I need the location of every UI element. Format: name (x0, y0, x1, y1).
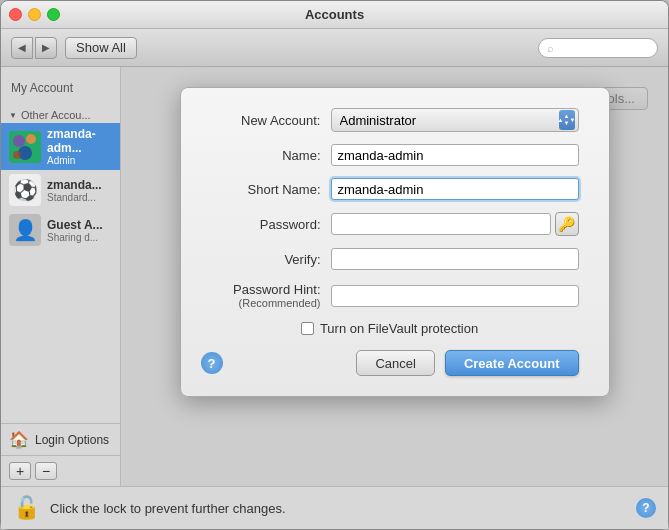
cancel-button[interactable]: Cancel (356, 350, 434, 376)
minimize-button[interactable] (28, 8, 41, 21)
key-button[interactable]: 🔑 (555, 212, 579, 236)
item-text-zmanda: zmanda... Standard... (47, 178, 102, 203)
search-icon: ⌕ (547, 42, 554, 54)
sidebar-item-zmanda-label: zmanda... (47, 178, 102, 192)
modal-overlay: New Account: Administrator Standard Mana… (121, 67, 668, 486)
remove-account-button[interactable]: − (35, 462, 57, 480)
password-input-group: 🔑 (331, 212, 579, 236)
search-box[interactable]: ⌕ (538, 38, 658, 58)
avatar-zmanda: ⚽ (9, 174, 41, 206)
sidebar-item-guest[interactable]: 👤 Guest A... Sharing d... (1, 210, 120, 250)
main-content: My Account ▼ Other Accou... zm (1, 67, 668, 486)
login-options-label: Login Options (35, 433, 109, 447)
sidebar: My Account ▼ Other Accou... zm (1, 67, 121, 486)
avatar-zmanda-admin (9, 131, 41, 163)
sidebar-item-guest-sub: Sharing d... (47, 232, 103, 243)
svg-point-1 (13, 135, 25, 147)
bottom-bar: 🔓 Click the lock to prevent further chan… (1, 486, 668, 529)
short-name-input[interactable] (331, 178, 579, 200)
name-label: Name: (201, 148, 331, 163)
toolbar: ◀ ▶ Show All ⌕ (1, 29, 668, 67)
sidebar-item-zmanda[interactable]: ⚽ zmanda... Standard... (1, 170, 120, 210)
show-all-button[interactable]: Show All (65, 37, 137, 59)
filevault-label: Turn on FileVault protection (320, 321, 478, 336)
lock-text: Click the lock to prevent further change… (50, 501, 286, 516)
password-label: Password: (201, 217, 331, 232)
right-panel: ols... New Account: Administrator Standa… (121, 67, 668, 486)
name-input[interactable] (331, 144, 579, 166)
hint-recommended-label: (Recommended) (201, 297, 331, 309)
help-button[interactable]: ? (201, 352, 223, 374)
forward-button[interactable]: ▶ (35, 37, 57, 59)
svg-point-2 (26, 134, 36, 144)
account-type-select[interactable]: Administrator Standard Managed with Pare… (331, 108, 579, 132)
house-icon: 🏠 (9, 430, 29, 449)
other-accounts-label: Other Accou... (21, 109, 91, 121)
item-text-guest: Guest A... Sharing d... (47, 218, 103, 243)
sidebar-item-guest-label: Guest A... (47, 218, 103, 232)
avatar-guest: 👤 (9, 214, 41, 246)
filevault-row: Turn on FileVault protection (201, 321, 579, 336)
verify-label: Verify: (201, 252, 331, 267)
filevault-checkbox[interactable] (301, 322, 314, 335)
hint-label: Password Hint: (201, 282, 331, 297)
account-type-wrapper: Administrator Standard Managed with Pare… (331, 108, 579, 132)
sidebar-bottom-controls: + − (1, 455, 120, 486)
close-button[interactable] (9, 8, 22, 21)
modal-buttons: ? Cancel Create Account (201, 350, 579, 376)
short-name-row: Short Name: (201, 178, 579, 200)
back-button[interactable]: ◀ (11, 37, 33, 59)
my-account-label: My Account (1, 77, 120, 103)
new-account-label: New Account: (201, 113, 331, 128)
verify-row: Verify: (201, 248, 579, 270)
password-input[interactable] (331, 213, 551, 235)
accounts-window: Accounts ◀ ▶ Show All ⌕ My Account ▼ Oth… (0, 0, 669, 530)
verify-input[interactable] (331, 248, 579, 270)
triangle-icon: ▼ (9, 111, 17, 120)
nav-buttons: ◀ ▶ (11, 37, 57, 59)
new-account-row: New Account: Administrator Standard Mana… (201, 108, 579, 132)
window-title: Accounts (305, 7, 364, 22)
other-accounts-header: ▼ Other Accou... (1, 103, 120, 123)
hint-row: Password Hint: (Recommended) (201, 282, 579, 309)
sidebar-item-zmanda-admin-label: zmanda-adm... (47, 127, 112, 155)
login-options[interactable]: 🏠 Login Options (1, 423, 120, 455)
sidebar-item-zmanda-admin[interactable]: zmanda-adm... Admin (1, 123, 120, 170)
name-row: Name: (201, 144, 579, 166)
create-account-modal: New Account: Administrator Standard Mana… (180, 87, 610, 397)
action-buttons: Cancel Create Account (356, 350, 578, 376)
sidebar-item-zmanda-admin-sub: Admin (47, 155, 112, 166)
help-bottom-button[interactable]: ? (636, 498, 656, 518)
svg-point-4 (13, 151, 21, 159)
create-account-button[interactable]: Create Account (445, 350, 579, 376)
title-bar: Accounts (1, 1, 668, 29)
hint-input[interactable] (331, 285, 579, 307)
add-account-button[interactable]: + (9, 462, 31, 480)
traffic-lights (9, 8, 60, 21)
maximize-button[interactable] (47, 8, 60, 21)
lock-icon[interactable]: 🔓 (13, 495, 40, 521)
password-row: Password: 🔑 (201, 212, 579, 236)
item-text-zmanda-admin: zmanda-adm... Admin (47, 127, 112, 166)
search-input[interactable] (558, 41, 649, 55)
sidebar-item-zmanda-sub: Standard... (47, 192, 102, 203)
short-name-label: Short Name: (201, 182, 331, 197)
